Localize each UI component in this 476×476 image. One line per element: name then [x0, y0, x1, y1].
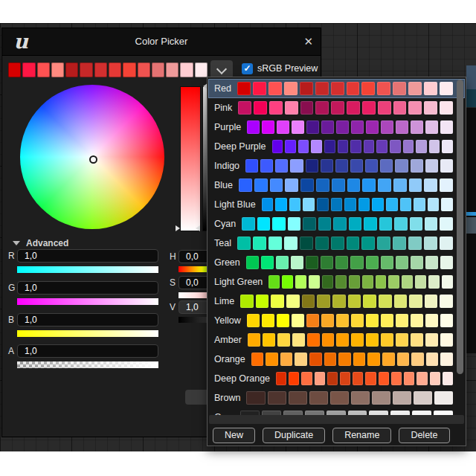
color-swatch[interactable] — [428, 275, 440, 289]
color-swatch[interactable] — [276, 372, 286, 385]
color-swatch[interactable] — [351, 391, 370, 405]
color-swatch[interactable] — [349, 275, 360, 289]
color-swatch[interactable] — [331, 101, 344, 115]
color-swatch[interactable] — [408, 101, 422, 115]
color-swatch[interactable] — [303, 198, 315, 211]
color-swatch[interactable] — [289, 372, 299, 385]
color-swatch[interactable] — [302, 295, 315, 308]
color-swatch[interactable] — [277, 333, 290, 347]
color-swatch[interactable] — [364, 217, 376, 231]
color-swatch[interactable] — [411, 159, 423, 173]
color-swatch[interactable] — [338, 353, 351, 366]
color-swatch[interactable] — [393, 237, 406, 250]
palette-row-light-green[interactable]: Light Green — [208, 272, 465, 292]
color-swatch[interactable] — [430, 372, 440, 385]
color-swatch[interactable] — [396, 333, 408, 347]
color-swatch[interactable] — [331, 82, 344, 95]
color-swatch[interactable] — [272, 140, 283, 153]
color-swatch[interactable] — [393, 82, 406, 95]
color-swatch[interactable] — [246, 256, 259, 269]
color-swatch[interactable] — [261, 256, 274, 269]
color-swatch[interactable] — [330, 391, 349, 405]
color-swatch[interactable] — [327, 372, 338, 385]
color-swatch[interactable] — [414, 391, 432, 405]
delete-button[interactable]: Delete — [399, 428, 449, 443]
color-swatch[interactable] — [393, 101, 407, 115]
color-swatch[interactable] — [378, 101, 391, 115]
color-swatch[interactable] — [362, 178, 376, 192]
color-swatch[interactable] — [351, 314, 364, 327]
green-value-field[interactable]: 1,0 — [17, 281, 158, 295]
color-swatch[interactable] — [292, 314, 304, 327]
color-swatch[interactable] — [347, 178, 361, 192]
color-swatch[interactable] — [351, 120, 364, 134]
color-swatch[interactable] — [395, 159, 408, 173]
color-swatch[interactable] — [291, 256, 303, 269]
color-swatch[interactable] — [381, 256, 393, 269]
color-swatch[interactable] — [440, 82, 453, 95]
color-swatch[interactable] — [424, 237, 437, 250]
color-swatch[interactable] — [381, 333, 393, 347]
color-swatch[interactable] — [324, 353, 337, 366]
color-swatch[interactable] — [239, 178, 252, 192]
color-swatch[interactable] — [338, 140, 349, 153]
color-swatch[interactable] — [240, 295, 254, 308]
green-gradient-bar[interactable] — [17, 298, 158, 305]
color-swatch[interactable] — [347, 101, 360, 115]
color-swatch[interactable] — [372, 391, 390, 405]
palette-row-brown[interactable]: Brown — [208, 388, 465, 408]
color-swatch[interactable] — [365, 372, 376, 385]
theme-swatch[interactable] — [195, 62, 208, 77]
color-swatch[interactable] — [409, 178, 422, 192]
color-swatch[interactable] — [429, 140, 440, 153]
palette-row-amber[interactable]: Amber — [208, 330, 465, 350]
color-swatch[interactable] — [237, 82, 251, 95]
theme-swatch[interactable] — [109, 62, 121, 77]
color-swatch[interactable] — [388, 275, 399, 289]
color-swatch[interactable] — [262, 314, 274, 327]
color-swatch[interactable] — [300, 178, 314, 192]
color-swatch[interactable] — [428, 198, 440, 211]
color-swatch[interactable] — [242, 217, 254, 231]
color-swatch[interactable] — [300, 237, 313, 250]
color-swatch[interactable] — [277, 314, 289, 327]
color-swatch[interactable] — [277, 120, 289, 134]
color-swatch[interactable] — [362, 101, 376, 115]
color-swatch[interactable] — [350, 159, 363, 173]
color-swatch[interactable] — [285, 140, 296, 153]
color-swatch[interactable] — [402, 275, 413, 289]
rename-button[interactable]: Rename — [332, 428, 391, 443]
color-swatch[interactable] — [311, 140, 322, 153]
color-swatch[interactable] — [443, 372, 453, 385]
color-swatch[interactable] — [332, 178, 345, 192]
color-swatch[interactable] — [322, 333, 335, 347]
color-swatch[interactable] — [260, 159, 273, 173]
color-swatch[interactable] — [300, 101, 314, 115]
color-swatch[interactable] — [372, 198, 384, 211]
color-swatch[interactable] — [317, 198, 329, 211]
color-swatch[interactable] — [335, 256, 348, 269]
close-icon[interactable]: ✕ — [303, 28, 313, 55]
color-swatch[interactable] — [285, 101, 298, 115]
color-swatch[interactable] — [440, 353, 453, 366]
color-swatch[interactable] — [396, 120, 408, 134]
color-swatch[interactable] — [280, 353, 293, 366]
color-swatch[interactable] — [381, 120, 393, 134]
color-swatch[interactable] — [440, 178, 453, 192]
color-swatch[interactable] — [262, 120, 274, 134]
color-swatch[interactable] — [362, 275, 373, 289]
color-swatch[interactable] — [411, 353, 424, 366]
color-swatch[interactable] — [298, 140, 309, 153]
color-swatch[interactable] — [379, 295, 392, 308]
red-value-field[interactable]: 1,0 — [17, 249, 158, 263]
color-swatch[interactable] — [425, 256, 438, 269]
color-swatch[interactable] — [266, 353, 278, 366]
color-swatch[interactable] — [268, 391, 286, 405]
color-swatch[interactable] — [425, 217, 437, 231]
blue-value-field[interactable]: 1,0 — [17, 313, 158, 327]
color-swatch[interactable] — [378, 178, 391, 192]
color-swatch[interactable] — [353, 372, 363, 385]
color-swatch[interactable] — [363, 295, 376, 308]
saturation-slider[interactable] — [180, 86, 201, 231]
color-swatch[interactable] — [353, 353, 366, 366]
